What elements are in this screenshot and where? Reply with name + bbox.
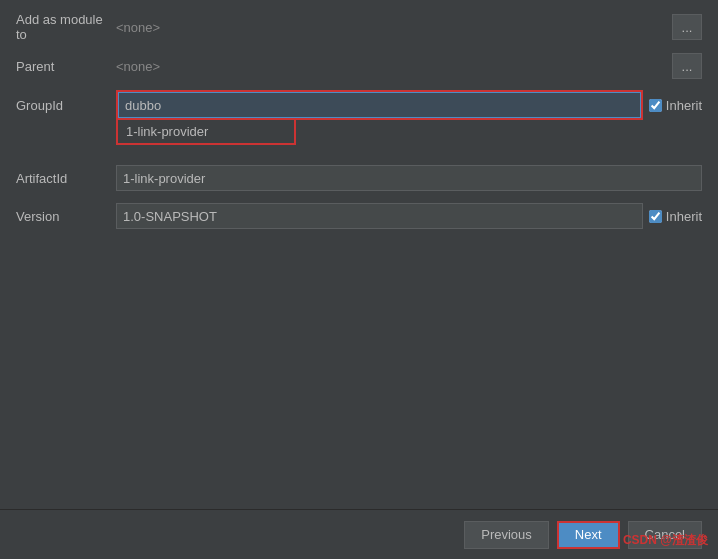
- groupid-wrapper: 1-link-provider: [116, 90, 643, 120]
- version-row: Version Inherit: [16, 202, 702, 230]
- artifactid-label: ArtifactId: [16, 171, 116, 186]
- version-inherit-label: Inherit: [666, 209, 702, 224]
- artifactid-input[interactable]: [116, 165, 702, 191]
- watermark: CSDN @渣渣俊: [623, 532, 708, 549]
- add-as-module-row: Add as module to <none> ...: [16, 12, 702, 42]
- version-inherit-wrap: Inherit: [649, 209, 702, 224]
- previous-button[interactable]: Previous: [464, 521, 549, 549]
- add-as-module-field: <none>: [116, 20, 666, 35]
- groupid-dropdown: 1-link-provider: [116, 118, 296, 145]
- groupid-inherit-label: Inherit: [666, 98, 702, 113]
- artifactid-row: ArtifactId: [16, 164, 702, 192]
- bottom-bar: Previous Next Cancel: [0, 509, 718, 559]
- form-area: Add as module to <none> ... Parent <none…: [0, 0, 718, 509]
- artifactid-field: [116, 165, 702, 191]
- parent-browse-button[interactable]: ...: [672, 53, 702, 79]
- groupid-input[interactable]: [118, 92, 641, 118]
- groupid-inherit-checkbox[interactable]: [649, 99, 662, 112]
- add-as-module-browse-button[interactable]: ...: [672, 14, 702, 40]
- groupid-label: GroupId: [16, 98, 116, 113]
- groupid-suggestion-item[interactable]: 1-link-provider: [118, 120, 294, 143]
- parent-label: Parent: [16, 59, 116, 74]
- parent-field: <none>: [116, 59, 666, 74]
- next-button[interactable]: Next: [557, 521, 620, 549]
- parent-value: <none>: [116, 59, 160, 74]
- version-inherit-checkbox[interactable]: [649, 210, 662, 223]
- dialog: Add as module to <none> ... Parent <none…: [0, 0, 718, 559]
- add-as-module-value: <none>: [116, 20, 160, 35]
- parent-row: Parent <none> ...: [16, 52, 702, 80]
- groupid-row: GroupId 1-link-provider Inherit: [16, 90, 702, 120]
- version-field: [116, 203, 643, 229]
- groupid-input-container: [116, 90, 643, 120]
- groupid-inherit-wrap: Inherit: [649, 98, 702, 113]
- add-as-module-label: Add as module to: [16, 12, 116, 42]
- version-input[interactable]: [116, 203, 643, 229]
- version-label: Version: [16, 209, 116, 224]
